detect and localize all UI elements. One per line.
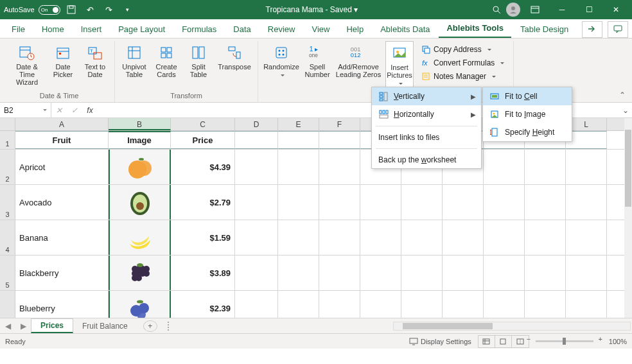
empty-cell[interactable] bbox=[360, 185, 401, 220]
tab-formulas[interactable]: Formulas bbox=[174, 21, 224, 38]
image-cell[interactable] bbox=[109, 185, 171, 220]
empty-cell[interactable] bbox=[278, 131, 319, 149]
empty-cell[interactable] bbox=[401, 220, 443, 255]
empty-cell[interactable] bbox=[278, 291, 319, 318]
close-button[interactable]: ✕ bbox=[604, 0, 628, 19]
empty-cell[interactable] bbox=[525, 150, 566, 184]
qat-dropdown-icon[interactable]: ▾ bbox=[120, 3, 135, 17]
empty-cell[interactable] bbox=[235, 185, 278, 220]
tab-file[interactable]: File bbox=[4, 21, 33, 38]
empty-cell[interactable] bbox=[235, 150, 278, 184]
tab-ablebits-tools[interactable]: Ablebits Tools bbox=[439, 19, 511, 38]
empty-cell[interactable] bbox=[566, 291, 607, 318]
empty-cell[interactable] bbox=[443, 185, 484, 220]
fruit-cell[interactable]: Blueberry bbox=[15, 291, 109, 318]
insert-pictures-button[interactable]: Insert Pictures bbox=[385, 41, 414, 87]
empty-cell[interactable] bbox=[235, 131, 278, 149]
header-fruit[interactable]: Fruit bbox=[15, 131, 109, 149]
tab-review[interactable]: Review bbox=[260, 21, 303, 38]
tab-table-design[interactable]: Table Design bbox=[513, 21, 576, 38]
row-header[interactable]: 5 bbox=[0, 256, 15, 290]
empty-cell[interactable] bbox=[525, 291, 566, 318]
image-cell[interactable] bbox=[109, 220, 171, 255]
sheet-nav-prev-icon[interactable]: ◀ bbox=[0, 322, 15, 331]
fruit-cell[interactable]: Blackberry bbox=[15, 256, 109, 290]
empty-cell[interactable] bbox=[235, 256, 278, 290]
leading-zeros-button[interactable]: 001012 Add/Remove Leading Zeros bbox=[335, 41, 382, 78]
empty-cell[interactable] bbox=[319, 131, 360, 149]
search-icon[interactable] bbox=[489, 3, 504, 17]
empty-cell[interactable] bbox=[319, 220, 360, 255]
redo-icon[interactable]: ↷ bbox=[101, 3, 116, 17]
select-all-corner[interactable] bbox=[0, 118, 15, 130]
fruit-cell[interactable]: Banana bbox=[15, 220, 109, 255]
image-cell[interactable] bbox=[109, 291, 171, 318]
row-header[interactable]: 3 bbox=[0, 185, 15, 220]
empty-cell[interactable] bbox=[319, 185, 360, 220]
menu-horizontally[interactable]: Horizontally ▶ bbox=[372, 105, 481, 123]
price-cell[interactable]: $2.79 bbox=[171, 185, 235, 220]
price-cell[interactable]: $4.39 bbox=[171, 150, 235, 184]
autosave-toggle[interactable]: On bbox=[39, 5, 60, 15]
empty-cell[interactable] bbox=[401, 256, 443, 290]
row-header[interactable]: 2 bbox=[0, 150, 15, 184]
menu-vertically[interactable]: Vertically ▶ bbox=[372, 87, 481, 105]
menu-specify-height[interactable]: Specify Height bbox=[483, 123, 572, 141]
empty-cell[interactable] bbox=[484, 185, 525, 220]
tab-page-layout[interactable]: Page Layout bbox=[110, 21, 173, 38]
horizontal-scrollbar[interactable] bbox=[393, 322, 631, 331]
empty-cell[interactable] bbox=[401, 185, 443, 220]
collapse-ribbon-icon[interactable]: ⌃ bbox=[619, 91, 626, 100]
empty-cell[interactable] bbox=[235, 291, 278, 318]
view-normal-icon[interactable] bbox=[478, 336, 495, 347]
notes-manager-button[interactable]: Notes Manager bbox=[417, 71, 508, 82]
text-to-date-button[interactable]: T Text to Date bbox=[81, 41, 109, 78]
convert-formulas-button[interactable]: fx Convert Formulas bbox=[417, 57, 508, 69]
create-cards-button[interactable]: Create Cards bbox=[152, 41, 180, 78]
menu-insert-links[interactable]: Insert links to files bbox=[372, 129, 481, 146]
randomize-button[interactable]: Randomize bbox=[263, 41, 299, 78]
empty-cell[interactable] bbox=[278, 256, 319, 290]
empty-cell[interactable] bbox=[525, 185, 566, 220]
tab-data[interactable]: Data bbox=[225, 21, 258, 38]
fruit-cell[interactable]: Avocado bbox=[15, 185, 109, 220]
save-icon[interactable] bbox=[64, 3, 79, 17]
col-header[interactable]: C bbox=[171, 118, 235, 130]
zoom-level[interactable]: 100% bbox=[609, 338, 627, 345]
empty-cell[interactable] bbox=[319, 256, 360, 290]
empty-cell[interactable] bbox=[484, 256, 525, 290]
empty-cell[interactable] bbox=[525, 220, 566, 255]
empty-cell[interactable] bbox=[566, 256, 607, 290]
copy-address-button[interactable]: Copy Address bbox=[417, 44, 508, 55]
empty-cell[interactable] bbox=[443, 256, 484, 290]
name-box[interactable]: B2 bbox=[0, 103, 51, 117]
empty-cell[interactable] bbox=[484, 220, 525, 255]
empty-cell[interactable] bbox=[566, 220, 607, 255]
comments-button[interactable] bbox=[608, 21, 628, 38]
image-cell[interactable] bbox=[109, 150, 171, 184]
empty-cell[interactable] bbox=[360, 220, 401, 255]
tab-help[interactable]: Help bbox=[338, 21, 371, 38]
header-image[interactable]: Image bbox=[109, 131, 171, 149]
header-price[interactable]: Price bbox=[171, 131, 235, 149]
spell-number-button[interactable]: 1 ▸one Spell Number bbox=[303, 41, 331, 78]
col-header[interactable]: F bbox=[319, 118, 360, 130]
price-cell[interactable]: $3.89 bbox=[171, 256, 235, 290]
col-header[interactable]: D bbox=[235, 118, 278, 130]
view-page-layout-icon[interactable] bbox=[495, 336, 512, 347]
formula-enter-icon[interactable]: ✓ bbox=[67, 103, 82, 117]
account-icon[interactable] bbox=[506, 3, 520, 17]
price-cell[interactable]: $2.39 bbox=[171, 291, 235, 318]
empty-cell[interactable] bbox=[443, 291, 484, 318]
minimize-button[interactable]: ─ bbox=[550, 0, 574, 19]
add-sheet-button[interactable]: + bbox=[143, 320, 157, 332]
tab-insert[interactable]: Insert bbox=[73, 21, 110, 38]
expand-formula-bar-icon[interactable]: ⌄ bbox=[619, 103, 632, 117]
date-time-wizard-button[interactable]: Date & Time Wizard bbox=[9, 41, 45, 86]
col-header[interactable]: B bbox=[109, 118, 171, 130]
tab-view[interactable]: View bbox=[304, 21, 337, 38]
insert-function-icon[interactable]: fx bbox=[82, 103, 98, 117]
formula-cancel-icon[interactable]: ✕ bbox=[51, 103, 67, 117]
zoom-slider[interactable] bbox=[536, 340, 593, 342]
row-header[interactable]: 1 bbox=[0, 131, 15, 149]
